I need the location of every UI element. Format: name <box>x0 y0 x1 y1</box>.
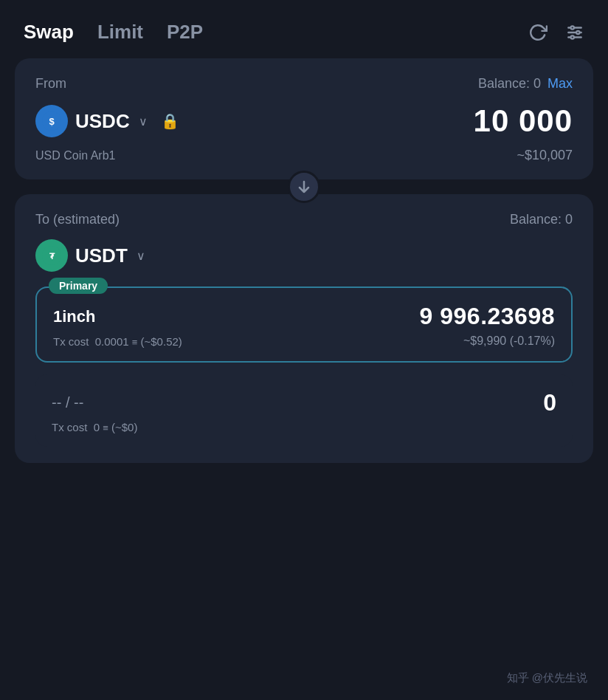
refresh-icon <box>528 23 547 42</box>
from-usd-value: ~$10,007 <box>517 148 573 163</box>
main-content: From Balance: 0 Max $ USDC ∨ <box>0 58 608 463</box>
to-label: To (estimated) <box>35 212 120 227</box>
to-balance-value: 0 <box>565 212 573 227</box>
from-card: From Balance: 0 Max $ USDC ∨ <box>15 58 593 179</box>
secondary-tx-cost: Tx cost 0 ≡ (~$0) <box>52 421 137 433</box>
arrow-down-icon <box>297 180 311 193</box>
primary-usd-value: ~$9,990 (-0.17%) <box>463 334 555 348</box>
app-container: Swap Limit P2P <box>0 0 608 700</box>
to-card: To (estimated) Balance: 0 ₮ USDT ∨ <box>15 194 593 463</box>
secondary-route-sub: Tx cost 0 ≡ (~$0) <box>52 421 556 433</box>
primary-route-name: 1inch <box>53 307 95 326</box>
nav-p2p[interactable]: P2P <box>167 21 203 44</box>
primary-route-header: 1inch 9 996.23698 <box>53 303 555 330</box>
to-token-chevron: ∨ <box>137 249 145 263</box>
nav-bar: Swap Limit P2P <box>0 0 608 58</box>
svg-text:$: $ <box>49 116 55 127</box>
swap-arrow-container <box>15 171 593 203</box>
from-balance-info: Balance: 0 Max <box>478 76 573 92</box>
from-max-button[interactable]: Max <box>547 76 573 91</box>
svg-text:₮: ₮ <box>49 252 55 261</box>
to-balance-info: Balance: 0 <box>510 212 573 227</box>
secondary-route-name: -- / -- <box>52 394 83 411</box>
primary-route-sub: Tx cost 0.0001 ≡ (~$0.52) ~$9,990 (-0.17… <box>53 334 555 348</box>
primary-tx-cost: Tx cost 0.0001 ≡ (~$0.52) <box>53 335 182 348</box>
from-balance-label: Balance: <box>478 76 530 91</box>
primary-badge: Primary <box>49 278 108 294</box>
from-balance-value: 0 <box>533 76 541 91</box>
nav-swap[interactable]: Swap <box>24 21 74 44</box>
from-token-chevron: ∨ <box>139 114 148 128</box>
usdc-icon: $ <box>35 105 68 137</box>
from-amount[interactable]: 10 000 <box>474 103 573 139</box>
settings-icon <box>565 23 584 42</box>
svg-point-4 <box>576 30 579 33</box>
settings-button[interactable] <box>565 23 584 42</box>
usdt-icon: ₮ <box>35 239 68 272</box>
to-token-row: ₮ USDT ∨ <box>35 239 573 272</box>
from-token-name: USDC <box>75 110 130 133</box>
from-card-header: From Balance: 0 Max <box>35 76 573 92</box>
from-token-subtitle: USD Coin Arb1 <box>35 149 116 162</box>
swap-direction-button[interactable] <box>288 171 320 203</box>
to-card-header: To (estimated) Balance: 0 <box>35 212 573 227</box>
svg-point-5 <box>571 35 574 38</box>
to-token-selector[interactable]: ₮ USDT ∨ <box>35 239 145 272</box>
nav-limit[interactable]: Limit <box>97 21 143 44</box>
secondary-route-card[interactable]: -- / -- 0 Tx cost 0 ≡ (~$0) <box>35 374 573 447</box>
footer-watermark: 知乎 @伏先生说 <box>507 671 587 685</box>
primary-route-amount: 9 996.23698 <box>420 303 555 330</box>
svg-point-3 <box>571 26 574 29</box>
secondary-route-amount: 0 <box>543 389 556 416</box>
secondary-route-header: -- / -- 0 <box>52 389 556 416</box>
from-token-selector[interactable]: $ USDC ∨ 🔒 <box>35 105 179 137</box>
lock-icon: 🔒 <box>161 112 179 130</box>
from-label: From <box>35 76 66 92</box>
from-token-row: $ USDC ∨ 🔒 10 000 <box>35 103 573 139</box>
refresh-button[interactable] <box>528 23 547 42</box>
to-token-name: USDT <box>75 244 128 267</box>
from-sub-row: USD Coin Arb1 ~$10,007 <box>35 148 573 163</box>
to-balance-label: Balance: <box>510 212 562 227</box>
primary-route-card[interactable]: Primary 1inch 9 996.23698 Tx cost 0.0001… <box>35 286 573 363</box>
nav-icons <box>528 23 584 42</box>
